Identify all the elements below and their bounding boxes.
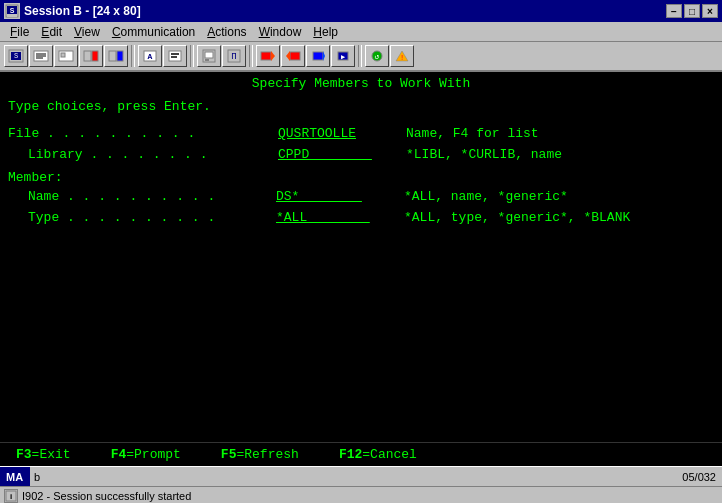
toolbar-btn-8[interactable] xyxy=(197,45,221,67)
svg-rect-14 xyxy=(92,51,98,61)
menu-file[interactable]: File xyxy=(4,24,35,40)
svg-text:!: ! xyxy=(400,54,404,62)
title-bar: S Session B - [24 x 80] − □ × xyxy=(0,0,722,22)
toolbar: S A Π ▶ ↺ ! xyxy=(0,42,722,72)
menu-communication[interactable]: Communication xyxy=(106,24,201,40)
screen-title: Specify Members to Work With xyxy=(8,76,714,91)
svg-rect-23 xyxy=(205,52,213,58)
svg-text:A: A xyxy=(148,52,153,61)
toolbar-btn-13[interactable]: ▶ xyxy=(331,45,355,67)
svg-text:S: S xyxy=(10,7,15,14)
library-value[interactable]: CPPD________ xyxy=(278,147,398,162)
fkey-f3[interactable]: F3=Exit xyxy=(16,447,71,462)
file-label: File . . . . . . . . . . xyxy=(8,126,278,141)
svg-rect-15 xyxy=(109,51,116,61)
toolbar-btn-1[interactable]: S xyxy=(4,45,28,67)
svg-marker-28 xyxy=(271,51,275,61)
type-value[interactable]: *ALL________ xyxy=(276,210,396,225)
toolbar-btn-2[interactable] xyxy=(29,45,53,67)
svg-marker-30 xyxy=(286,51,290,61)
svg-rect-31 xyxy=(313,52,323,60)
message-icon: i xyxy=(4,489,18,503)
close-button[interactable]: × xyxy=(702,4,718,18)
toolbar-btn-6[interactable]: A xyxy=(138,45,162,67)
toolbar-btn-3[interactable] xyxy=(54,45,78,67)
message-bar: i I902 - Session successfully started xyxy=(0,486,722,503)
menu-help[interactable]: Help xyxy=(307,24,344,40)
toolbar-btn-9[interactable]: Π xyxy=(222,45,246,67)
toolbar-btn-11[interactable] xyxy=(281,45,305,67)
toolbar-btn-10[interactable] xyxy=(256,45,280,67)
svg-rect-2 xyxy=(7,15,17,17)
menu-view[interactable]: View xyxy=(68,24,106,40)
svg-rect-13 xyxy=(84,51,91,61)
file-hint: Name, F4 for list xyxy=(406,126,539,141)
fkey-f5[interactable]: F5=Refresh xyxy=(221,447,299,462)
svg-rect-12 xyxy=(61,53,65,57)
svg-rect-27 xyxy=(261,52,271,60)
toolbar-btn-5[interactable] xyxy=(104,45,128,67)
type-row: Type . . . . . . . . . . *ALL________ *A… xyxy=(8,210,714,225)
member-header: Member: xyxy=(8,170,714,185)
minimize-button[interactable]: − xyxy=(666,4,682,18)
svg-rect-24 xyxy=(205,59,209,61)
toolbar-sep-2 xyxy=(190,45,194,67)
title-left: S Session B - [24 x 80] xyxy=(4,3,141,19)
toolbar-sep-3 xyxy=(249,45,253,67)
svg-text:Π: Π xyxy=(231,52,236,62)
menu-window[interactable]: Window xyxy=(253,24,308,40)
type-label: Type . . . . . . . . . . xyxy=(28,210,276,225)
toolbar-btn-7[interactable] xyxy=(163,45,187,67)
toolbar-btn-15[interactable]: ! xyxy=(390,45,414,67)
menu-bar: File Edit View Communication Actions Win… xyxy=(0,22,722,42)
name-label: Name . . . . . . . . . . xyxy=(28,189,276,204)
status-position: 05/032 xyxy=(676,467,722,486)
fkeys-bar: F3=Exit F4=Prompt F5=Refresh F12=Cancel xyxy=(0,442,722,466)
menu-actions[interactable]: Actions xyxy=(201,24,252,40)
title-buttons: − □ × xyxy=(666,4,718,18)
name-hint: *ALL, name, *generic* xyxy=(404,189,568,204)
svg-text:S: S xyxy=(14,52,18,60)
svg-text:↺: ↺ xyxy=(375,52,380,61)
file-row: File . . . . . . . . . . QUSRTOOLLE Name… xyxy=(8,126,714,141)
status-mode: MA xyxy=(0,467,30,486)
svg-rect-29 xyxy=(290,52,300,60)
library-label: Library . . . . . . . . xyxy=(8,147,278,162)
terminal: Specify Members to Work With Type choice… xyxy=(0,72,722,442)
name-value[interactable]: DS*________ xyxy=(276,189,396,204)
message-text: I902 - Session successfully started xyxy=(22,490,191,502)
prompt-line: Type choices, press Enter. xyxy=(8,99,714,114)
toolbar-btn-12[interactable] xyxy=(306,45,330,67)
app-icon: S xyxy=(4,3,20,19)
window-title: Session B - [24 x 80] xyxy=(24,4,141,18)
status-bar: MA b 05/032 xyxy=(0,466,722,486)
library-row: Library . . . . . . . . CPPD________ *LI… xyxy=(8,147,714,162)
svg-rect-16 xyxy=(117,51,123,61)
svg-text:i: i xyxy=(10,492,12,501)
toolbar-btn-14[interactable]: ↺ xyxy=(365,45,389,67)
toolbar-sep-1 xyxy=(131,45,135,67)
maximize-button[interactable]: □ xyxy=(684,4,700,18)
svg-marker-32 xyxy=(323,51,325,61)
fkey-f12[interactable]: F12=Cancel xyxy=(339,447,417,462)
file-value[interactable]: QUSRTOOLLE xyxy=(278,126,398,141)
type-hint: *ALL, type, *generic*, *BLANK xyxy=(404,210,630,225)
menu-edit[interactable]: Edit xyxy=(35,24,68,40)
svg-rect-19 xyxy=(169,51,181,61)
library-hint: *LIBL, *CURLIB, name xyxy=(406,147,562,162)
toolbar-sep-4 xyxy=(358,45,362,67)
fkey-f4[interactable]: F4=Prompt xyxy=(111,447,181,462)
status-command[interactable]: b xyxy=(30,467,676,486)
toolbar-btn-4[interactable] xyxy=(79,45,103,67)
name-row: Name . . . . . . . . . . DS*________ *AL… xyxy=(8,189,714,204)
